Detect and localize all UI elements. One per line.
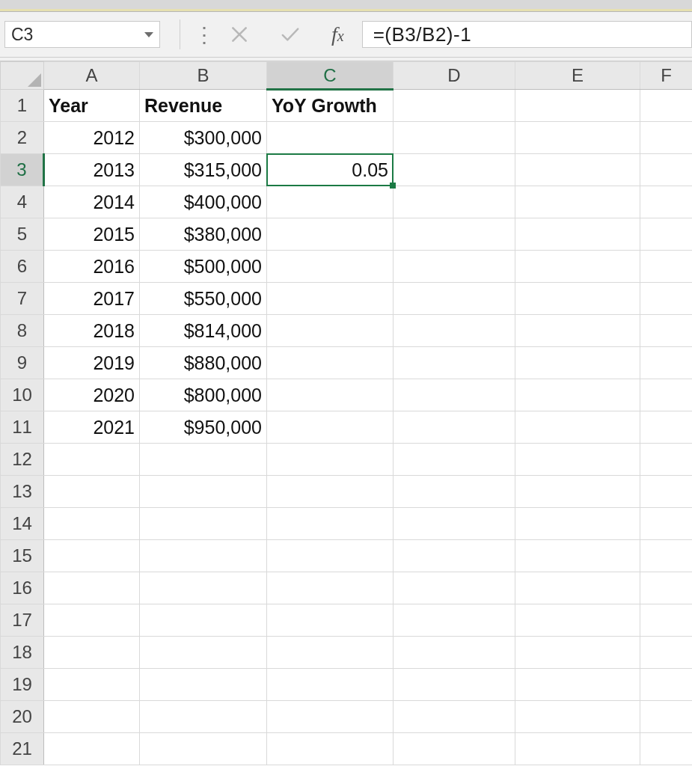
row-header-13[interactable]: 13 [1,476,44,508]
cell-A5[interactable]: 2015 [44,218,140,251]
cell-E4[interactable] [515,186,640,218]
cell-D3[interactable] [394,154,515,186]
cell-E14[interactable] [515,508,640,540]
cell-D15[interactable] [394,540,515,572]
cell-F8[interactable] [640,315,693,347]
cell-E9[interactable] [515,347,640,379]
cell-C8[interactable] [267,315,394,347]
cell-B9[interactable]: $880,000 [140,347,267,379]
spreadsheet-grid[interactable]: A B C D E F 1YearRevenueYoY Growth22012$… [0,61,692,784]
row-header-3[interactable]: 3 [1,154,44,186]
cell-C9[interactable] [267,347,394,379]
cell-A3[interactable]: 2013 [44,154,140,186]
cell-E16[interactable] [515,572,640,604]
cell-B16[interactable] [140,572,267,604]
cell-B12[interactable] [140,444,267,476]
cell-C4[interactable] [267,186,394,218]
cell-F5[interactable] [640,218,693,251]
cell-A16[interactable] [44,572,140,604]
cell-F15[interactable] [640,540,693,572]
cell-A15[interactable] [44,540,140,572]
cell-A13[interactable] [44,476,140,508]
cell-F16[interactable] [640,572,693,604]
cell-B14[interactable] [140,508,267,540]
cell-C13[interactable] [267,476,394,508]
cell-D8[interactable] [394,315,515,347]
cell-A14[interactable] [44,508,140,540]
cell-B7[interactable]: $550,000 [140,283,267,315]
cell-D13[interactable] [394,476,515,508]
cell-E10[interactable] [515,379,640,411]
cell-D10[interactable] [394,379,515,411]
cell-D9[interactable] [394,347,515,379]
cell-C14[interactable] [267,508,394,540]
name-box[interactable]: C3 [4,21,160,48]
row-header-21[interactable]: 21 [1,733,44,765]
row-header-18[interactable]: 18 [1,637,44,669]
vertical-dots-icon[interactable]: ⋮ [194,22,215,47]
cell-E18[interactable] [515,637,640,669]
col-header-C[interactable]: C [267,62,394,90]
cell-E6[interactable] [515,251,640,283]
cell-E15[interactable] [515,540,640,572]
cell-F18[interactable] [640,637,693,669]
cell-B10[interactable]: $800,000 [140,379,267,411]
cell-F3[interactable] [640,154,693,186]
cell-D21[interactable] [394,733,515,765]
cell-B19[interactable] [140,669,267,701]
row-header-11[interactable]: 11 [1,411,44,444]
cell-D7[interactable] [394,283,515,315]
cell-A4[interactable]: 2014 [44,186,140,218]
row-header-10[interactable]: 10 [1,379,44,411]
cell-E5[interactable] [515,218,640,251]
cell-A12[interactable] [44,444,140,476]
cell-A8[interactable]: 2018 [44,315,140,347]
row-header-19[interactable]: 19 [1,669,44,701]
cell-F20[interactable] [640,701,693,733]
cell-E3[interactable] [515,154,640,186]
cell-C11[interactable] [267,411,394,444]
cell-E2[interactable] [515,122,640,154]
cell-C10[interactable] [267,379,394,411]
enter-icon[interactable] [281,25,300,44]
cell-A18[interactable] [44,637,140,669]
cell-F17[interactable] [640,604,693,637]
insert-function-icon[interactable]: fx [331,22,344,46]
row-header-6[interactable]: 6 [1,251,44,283]
cell-F19[interactable] [640,669,693,701]
cell-C6[interactable] [267,251,394,283]
cell-C17[interactable] [267,604,394,637]
cell-C15[interactable] [267,540,394,572]
col-header-B[interactable]: B [140,62,267,90]
row-header-15[interactable]: 15 [1,540,44,572]
cell-E17[interactable] [515,604,640,637]
cell-A10[interactable]: 2020 [44,379,140,411]
col-header-A[interactable]: A [44,62,140,90]
cell-F9[interactable] [640,347,693,379]
cell-C18[interactable] [267,637,394,669]
cell-D20[interactable] [394,701,515,733]
row-header-16[interactable]: 16 [1,572,44,604]
row-header-8[interactable]: 8 [1,315,44,347]
col-header-E[interactable]: E [515,62,640,90]
cell-E20[interactable] [515,701,640,733]
cell-E11[interactable] [515,411,640,444]
cell-F14[interactable] [640,508,693,540]
cell-A9[interactable]: 2019 [44,347,140,379]
cell-D14[interactable] [394,508,515,540]
cell-D11[interactable] [394,411,515,444]
cell-D4[interactable] [394,186,515,218]
cell-E13[interactable] [515,476,640,508]
cell-B20[interactable] [140,701,267,733]
select-all-corner[interactable] [1,62,44,90]
cell-A11[interactable]: 2021 [44,411,140,444]
cell-D1[interactable] [394,90,515,122]
cell-D16[interactable] [394,572,515,604]
cell-C2[interactable] [267,122,394,154]
cell-C16[interactable] [267,572,394,604]
cell-B11[interactable]: $950,000 [140,411,267,444]
cancel-icon[interactable] [230,25,249,44]
cell-D17[interactable] [394,604,515,637]
cell-C12[interactable] [267,444,394,476]
row-header-9[interactable]: 9 [1,347,44,379]
